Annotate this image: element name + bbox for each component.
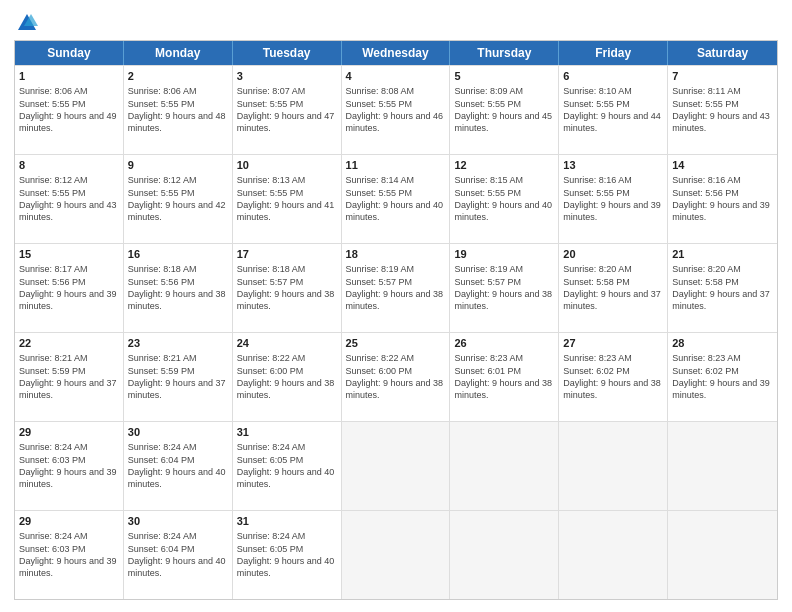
day-info: Sunrise: 8:21 AM Sunset: 5:59 PM Dayligh… <box>19 352 119 401</box>
day-info: Sunrise: 8:10 AM Sunset: 5:55 PM Dayligh… <box>563 85 663 134</box>
day-number: 1 <box>19 69 119 84</box>
calendar-cell-30: 30Sunrise: 8:24 AM Sunset: 6:04 PM Dayli… <box>124 422 233 510</box>
day-number: 20 <box>563 247 663 262</box>
day-info: Sunrise: 8:19 AM Sunset: 5:57 PM Dayligh… <box>454 263 554 312</box>
day-number: 26 <box>454 336 554 351</box>
day-info: Sunrise: 8:11 AM Sunset: 5:55 PM Dayligh… <box>672 85 773 134</box>
calendar-cell-empty <box>668 511 777 599</box>
day-info: Sunrise: 8:14 AM Sunset: 5:55 PM Dayligh… <box>346 174 446 223</box>
calendar-header-saturday: Saturday <box>668 41 777 65</box>
day-number: 29 <box>19 425 119 440</box>
day-number: 4 <box>346 69 446 84</box>
calendar-cell-empty <box>342 511 451 599</box>
day-number: 12 <box>454 158 554 173</box>
calendar-cell-9: 9Sunrise: 8:12 AM Sunset: 5:55 PM Daylig… <box>124 155 233 243</box>
day-info: Sunrise: 8:17 AM Sunset: 5:56 PM Dayligh… <box>19 263 119 312</box>
header <box>14 12 778 34</box>
calendar-cell-empty <box>668 422 777 510</box>
calendar-header-tuesday: Tuesday <box>233 41 342 65</box>
day-info: Sunrise: 8:24 AM Sunset: 6:04 PM Dayligh… <box>128 530 228 579</box>
calendar-header-thursday: Thursday <box>450 41 559 65</box>
day-info: Sunrise: 8:09 AM Sunset: 5:55 PM Dayligh… <box>454 85 554 134</box>
day-number: 3 <box>237 69 337 84</box>
day-info: Sunrise: 8:06 AM Sunset: 5:55 PM Dayligh… <box>128 85 228 134</box>
calendar-cell-31: 31Sunrise: 8:24 AM Sunset: 6:05 PM Dayli… <box>233 511 342 599</box>
calendar-cell-3: 3Sunrise: 8:07 AM Sunset: 5:55 PM Daylig… <box>233 66 342 154</box>
logo-icon <box>16 12 38 34</box>
day-info: Sunrise: 8:22 AM Sunset: 6:00 PM Dayligh… <box>346 352 446 401</box>
calendar-row-3: 15Sunrise: 8:17 AM Sunset: 5:56 PM Dayli… <box>15 243 777 332</box>
day-info: Sunrise: 8:06 AM Sunset: 5:55 PM Dayligh… <box>19 85 119 134</box>
calendar-cell-29: 29Sunrise: 8:24 AM Sunset: 6:03 PM Dayli… <box>15 511 124 599</box>
calendar-cell-30: 30Sunrise: 8:24 AM Sunset: 6:04 PM Dayli… <box>124 511 233 599</box>
day-info: Sunrise: 8:24 AM Sunset: 6:03 PM Dayligh… <box>19 441 119 490</box>
calendar: SundayMondayTuesdayWednesdayThursdayFrid… <box>14 40 778 600</box>
calendar-header-friday: Friday <box>559 41 668 65</box>
day-info: Sunrise: 8:22 AM Sunset: 6:00 PM Dayligh… <box>237 352 337 401</box>
calendar-header-wednesday: Wednesday <box>342 41 451 65</box>
calendar-cell-25: 25Sunrise: 8:22 AM Sunset: 6:00 PM Dayli… <box>342 333 451 421</box>
day-info: Sunrise: 8:15 AM Sunset: 5:55 PM Dayligh… <box>454 174 554 223</box>
day-info: Sunrise: 8:16 AM Sunset: 5:55 PM Dayligh… <box>563 174 663 223</box>
day-info: Sunrise: 8:08 AM Sunset: 5:55 PM Dayligh… <box>346 85 446 134</box>
day-number: 23 <box>128 336 228 351</box>
calendar-cell-empty <box>342 422 451 510</box>
calendar-header-monday: Monday <box>124 41 233 65</box>
calendar-cell-5: 5Sunrise: 8:09 AM Sunset: 5:55 PM Daylig… <box>450 66 559 154</box>
day-number: 9 <box>128 158 228 173</box>
day-info: Sunrise: 8:20 AM Sunset: 5:58 PM Dayligh… <box>563 263 663 312</box>
day-number: 18 <box>346 247 446 262</box>
calendar-cell-4: 4Sunrise: 8:08 AM Sunset: 5:55 PM Daylig… <box>342 66 451 154</box>
day-number: 29 <box>19 514 119 529</box>
day-info: Sunrise: 8:23 AM Sunset: 6:01 PM Dayligh… <box>454 352 554 401</box>
day-number: 6 <box>563 69 663 84</box>
calendar-cell-19: 19Sunrise: 8:19 AM Sunset: 5:57 PM Dayli… <box>450 244 559 332</box>
calendar-cell-14: 14Sunrise: 8:16 AM Sunset: 5:56 PM Dayli… <box>668 155 777 243</box>
calendar-cell-29: 29Sunrise: 8:24 AM Sunset: 6:03 PM Dayli… <box>15 422 124 510</box>
calendar-cell-15: 15Sunrise: 8:17 AM Sunset: 5:56 PM Dayli… <box>15 244 124 332</box>
day-number: 30 <box>128 425 228 440</box>
day-info: Sunrise: 8:07 AM Sunset: 5:55 PM Dayligh… <box>237 85 337 134</box>
day-number: 19 <box>454 247 554 262</box>
calendar-header-sunday: Sunday <box>15 41 124 65</box>
day-info: Sunrise: 8:24 AM Sunset: 6:03 PM Dayligh… <box>19 530 119 579</box>
calendar-cell-18: 18Sunrise: 8:19 AM Sunset: 5:57 PM Dayli… <box>342 244 451 332</box>
calendar-page: SundayMondayTuesdayWednesdayThursdayFrid… <box>0 0 792 612</box>
day-number: 28 <box>672 336 773 351</box>
calendar-cell-31: 31Sunrise: 8:24 AM Sunset: 6:05 PM Dayli… <box>233 422 342 510</box>
day-number: 8 <box>19 158 119 173</box>
day-info: Sunrise: 8:16 AM Sunset: 5:56 PM Dayligh… <box>672 174 773 223</box>
day-info: Sunrise: 8:12 AM Sunset: 5:55 PM Dayligh… <box>128 174 228 223</box>
day-info: Sunrise: 8:21 AM Sunset: 5:59 PM Dayligh… <box>128 352 228 401</box>
calendar-cell-13: 13Sunrise: 8:16 AM Sunset: 5:55 PM Dayli… <box>559 155 668 243</box>
calendar-row-1: 1Sunrise: 8:06 AM Sunset: 5:55 PM Daylig… <box>15 65 777 154</box>
calendar-cell-16: 16Sunrise: 8:18 AM Sunset: 5:56 PM Dayli… <box>124 244 233 332</box>
calendar-cell-11: 11Sunrise: 8:14 AM Sunset: 5:55 PM Dayli… <box>342 155 451 243</box>
day-info: Sunrise: 8:24 AM Sunset: 6:04 PM Dayligh… <box>128 441 228 490</box>
calendar-row-5: 29Sunrise: 8:24 AM Sunset: 6:03 PM Dayli… <box>15 421 777 510</box>
calendar-cell-2: 2Sunrise: 8:06 AM Sunset: 5:55 PM Daylig… <box>124 66 233 154</box>
calendar-cell-empty <box>450 422 559 510</box>
day-number: 15 <box>19 247 119 262</box>
logo <box>14 12 38 34</box>
day-info: Sunrise: 8:18 AM Sunset: 5:57 PM Dayligh… <box>237 263 337 312</box>
calendar-cell-12: 12Sunrise: 8:15 AM Sunset: 5:55 PM Dayli… <box>450 155 559 243</box>
day-number: 11 <box>346 158 446 173</box>
calendar-cell-28: 28Sunrise: 8:23 AM Sunset: 6:02 PM Dayli… <box>668 333 777 421</box>
day-info: Sunrise: 8:20 AM Sunset: 5:58 PM Dayligh… <box>672 263 773 312</box>
day-number: 31 <box>237 425 337 440</box>
day-number: 14 <box>672 158 773 173</box>
calendar-row-6: 29Sunrise: 8:24 AM Sunset: 6:03 PM Dayli… <box>15 510 777 599</box>
calendar-cell-20: 20Sunrise: 8:20 AM Sunset: 5:58 PM Dayli… <box>559 244 668 332</box>
calendar-cell-27: 27Sunrise: 8:23 AM Sunset: 6:02 PM Dayli… <box>559 333 668 421</box>
day-number: 31 <box>237 514 337 529</box>
calendar-cell-24: 24Sunrise: 8:22 AM Sunset: 6:00 PM Dayli… <box>233 333 342 421</box>
calendar-cell-1: 1Sunrise: 8:06 AM Sunset: 5:55 PM Daylig… <box>15 66 124 154</box>
calendar-cell-empty <box>559 511 668 599</box>
day-number: 2 <box>128 69 228 84</box>
calendar-cell-7: 7Sunrise: 8:11 AM Sunset: 5:55 PM Daylig… <box>668 66 777 154</box>
day-number: 7 <box>672 69 773 84</box>
calendar-header: SundayMondayTuesdayWednesdayThursdayFrid… <box>15 41 777 65</box>
day-number: 24 <box>237 336 337 351</box>
calendar-body: 1Sunrise: 8:06 AM Sunset: 5:55 PM Daylig… <box>15 65 777 599</box>
